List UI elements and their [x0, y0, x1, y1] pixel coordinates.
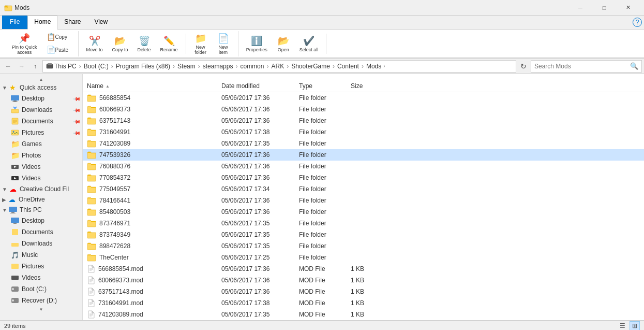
sidebar-item-pictures-pc[interactable]: Pictures — [0, 261, 82, 272]
folder-row-date: 05/06/2017 17:34 — [221, 185, 299, 193]
folder-row[interactable]: TheCenter 05/06/2017 17:25 File folder — [83, 252, 644, 263]
folder-row[interactable]: 775049557 05/06/2017 17:34 File folder — [83, 183, 644, 195]
creative-cloud-section[interactable]: ▼ ☁ Creative Cloud Fil — [0, 184, 82, 194]
forward-button[interactable]: → — [16, 60, 28, 73]
maximize-button[interactable]: □ — [592, 0, 616, 16]
quick-access-section[interactable]: ▼ ★ Quick access — [0, 82, 82, 93]
select-button[interactable]: ✔️ Select all — [296, 34, 322, 54]
pin-icon-documents: 📌 — [73, 117, 81, 125]
move-to-button[interactable]: ✂️ Move to — [83, 34, 107, 54]
sidebar-item-bootc[interactable]: Boot (C:) — [0, 283, 82, 295]
tab-home[interactable]: Home — [27, 16, 57, 30]
header-size[interactable]: Size — [351, 82, 392, 90]
folder-icon — [87, 94, 96, 102]
recoverd-label: Recover (D:) — [22, 297, 57, 304]
search-box[interactable]: 🔍 — [531, 60, 642, 73]
folder-row[interactable]: 898472628 05/06/2017 17:35 File folder — [83, 240, 644, 252]
file-row-name: 741203089.mod — [87, 310, 221, 319]
folder-row-name: 775049557 — [87, 185, 221, 193]
statusbar: 29 items ☰ ⊞ — [0, 320, 644, 330]
folder-row[interactable]: 600669373 05/06/2017 17:36 File folder — [83, 104, 644, 115]
sidebar-item-desktop-pc[interactable]: Desktop — [0, 215, 82, 226]
sidebar-item-desktop-qa[interactable]: Desktop 📌 — [0, 93, 82, 104]
tab-file[interactable]: File — [2, 16, 27, 29]
copy-button[interactable]: 📋 Copy — [43, 31, 74, 43]
folder-name-text: 566885854 — [99, 94, 130, 102]
sidebar-item-music[interactable]: 🎵 Music — [0, 249, 82, 261]
addressbar: ← → ↑ This PC › Boot (C:) › Program File… — [0, 59, 644, 74]
close-button[interactable]: ✕ — [616, 0, 640, 16]
search-input[interactable] — [534, 63, 628, 70]
folder-row[interactable]: 760880376 05/06/2017 17:36 File folder — [83, 161, 644, 172]
file-row-date: 05/06/2017 17:36 — [221, 277, 299, 284]
sidebar-scroll-down[interactable]: ▼ — [0, 306, 82, 312]
up-button[interactable]: ↑ — [29, 60, 41, 73]
folder-row-name: 731604991 — [87, 128, 221, 136]
folder-row-type: File folder — [299, 128, 351, 136]
back-button[interactable]: ← — [2, 60, 14, 73]
new-folder-button[interactable]: 📁 Newfolder — [190, 31, 211, 56]
pin-icon-desktop: 📌 — [73, 94, 81, 103]
sidebar-item-videos-pc[interactable]: Videos — [0, 272, 82, 283]
help-button[interactable]: ? — [633, 18, 642, 27]
folder-row[interactable]: 566885854 05/06/2017 17:36 File folder — [83, 92, 644, 104]
folder-row[interactable]: 731604991 05/06/2017 17:38 File folder — [83, 126, 644, 138]
minimize-button[interactable]: ─ — [568, 0, 592, 16]
address-box[interactable]: This PC › Boot (C:) › Program Files (x86… — [42, 60, 516, 73]
refresh-button[interactable]: ↻ — [517, 60, 530, 73]
sidebar-item-downloads-pc[interactable]: Downloads — [0, 238, 82, 249]
sidebar-item-recoverd[interactable]: Recover (D:) — [0, 295, 82, 306]
properties-button[interactable]: ℹ️ Properties — [243, 34, 271, 54]
file-row[interactable]: 637517143.mod 05/06/2017 17:36 MOD File … — [83, 286, 644, 297]
svg-rect-14 — [11, 130, 19, 135]
view-details-button[interactable]: ☰ — [617, 321, 627, 331]
this-pc-section[interactable]: ▼ This PC — [0, 205, 82, 215]
folder-row[interactable]: 747539326 05/06/2017 17:36 File folder — [83, 149, 644, 161]
file-row[interactable]: 600669373.mod 05/06/2017 17:36 MOD File … — [83, 275, 644, 286]
onedrive-section[interactable]: ▶ ☁ OneDrive — [0, 194, 82, 205]
folder-row-name: 784166441 — [87, 196, 221, 205]
file-list-container: Name ▲ Date modified Type Size 566885854… — [83, 74, 644, 320]
folder-row[interactable]: 873749349 05/06/2017 17:35 File folder — [83, 229, 644, 240]
sidebar-scroll-up[interactable]: ▲ — [0, 76, 82, 82]
view-large-button[interactable]: ⊞ — [630, 321, 640, 331]
folder-row[interactable]: 741203089 05/06/2017 17:35 File folder — [83, 138, 644, 149]
folder-row[interactable]: 854800503 05/06/2017 17:36 File folder — [83, 206, 644, 218]
sidebar-item-pictures-qa[interactable]: Pictures 📌 — [0, 127, 82, 138]
tab-share[interactable]: Share — [57, 16, 87, 29]
pictures-pc-icon — [10, 262, 20, 270]
folder-row[interactable]: 637517143 05/06/2017 17:36 File folder — [83, 115, 644, 126]
header-type[interactable]: Type — [299, 82, 351, 90]
header-date[interactable]: Date modified — [221, 82, 299, 90]
sidebar-item-videos-qa[interactable]: Videos — [0, 161, 82, 173]
folder-row-date: 05/06/2017 17:36 — [221, 117, 299, 124]
sidebar-item-videos2-qa[interactable]: Videos — [0, 173, 82, 184]
breadcrumb-shootergame: ShooterGame — [291, 63, 330, 70]
sidebar-item-photos[interactable]: 📁 Photos — [0, 150, 82, 161]
folder-row-date: 05/06/2017 17:36 — [221, 163, 299, 170]
folder-row[interactable]: 873746971 05/06/2017 17:35 File folder — [83, 218, 644, 229]
file-row[interactable]: 741203089.mod 05/06/2017 17:35 MOD File … — [83, 309, 644, 320]
onedrive-icon: ☁ — [7, 195, 17, 204]
rename-button[interactable]: ✏️ Rename — [157, 34, 182, 54]
open-button[interactable]: 📂 Open — [273, 34, 294, 54]
sidebar-item-games[interactable]: 📁 Games — [0, 138, 82, 150]
folder-row[interactable]: 784166441 05/06/2017 17:36 File folder — [83, 195, 644, 206]
tab-view[interactable]: View — [87, 16, 114, 29]
file-row-name: 600669373.mod — [87, 276, 221, 284]
new-item-button[interactable]: 📄 Newitem — [213, 31, 234, 56]
sidebar-item-documents-pc[interactable]: Documents — [0, 226, 82, 238]
paste-button[interactable]: 📄 Paste — [43, 44, 74, 56]
file-row[interactable]: 566885854.mod 05/06/2017 17:36 MOD File … — [83, 263, 644, 275]
folder-row-date: 05/06/2017 17:36 — [221, 151, 299, 159]
documents-qa-label: Documents — [22, 118, 53, 125]
folder-row[interactable]: 770854372 05/06/2017 17:36 File folder — [83, 172, 644, 183]
sidebar-item-documents-qa[interactable]: Documents 📌 — [0, 116, 82, 127]
delete-button[interactable]: 🗑️ Delete — [134, 34, 155, 54]
copy-to-button[interactable]: 📂 Copy to — [109, 34, 132, 54]
pin-to-quick-access-button[interactable]: 📌 Pin to Quickaccess — [8, 31, 41, 56]
file-row[interactable]: 731604991.mod 05/06/2017 17:38 MOD File … — [83, 297, 644, 309]
folder-row-type: File folder — [299, 231, 351, 238]
sidebar-item-downloads-qa[interactable]: Downloads 📌 — [0, 104, 82, 116]
header-name[interactable]: Name ▲ — [87, 82, 221, 90]
